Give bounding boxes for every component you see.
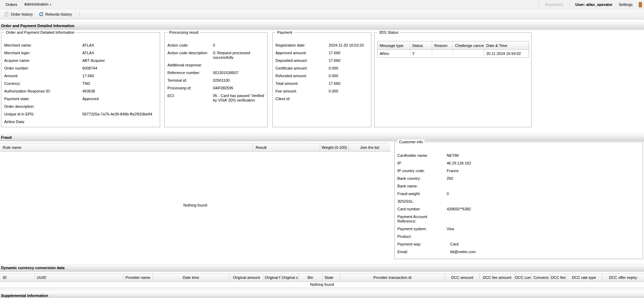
processing-result-fieldset: Processing result Action code: 0 Action …: [164, 32, 267, 127]
row-authorization-response-id: Authorization Response ID: 493638: [4, 89, 157, 94]
field-value: 6008744: [82, 66, 157, 71]
dcc-header-cell-bin: Bin: [299, 274, 322, 281]
field-label: Payment way:: [397, 242, 447, 247]
refunds-history-button[interactable]: Refunds history: [36, 11, 75, 18]
field-label: Payment state:: [4, 97, 82, 101]
row-3ds-ssl: 3DS/SSL:: [397, 199, 640, 204]
tds-status-table: Message type Status Reason Challenge can…: [377, 41, 529, 58]
section-header-dcc-label: Dynamic currency conversion data: [1, 266, 65, 270]
dcc-header-cell-conversion: Conversi: [532, 274, 551, 281]
menu-item-settings[interactable]: Settings: [615, 0, 636, 9]
field-label: Payment Account Reference:: [397, 215, 447, 224]
field-label: Currency:: [4, 81, 82, 86]
field-label: Action code description:: [167, 51, 213, 60]
row-email: Email: tld@netim.com: [397, 250, 640, 254]
dcc-table-header: ID UUID Provider name Date time Original…: [0, 273, 644, 282]
field-value: tld@netim.com: [447, 250, 640, 254]
section-header-fraud: Fraud: [0, 134, 644, 141]
field-label: Airline Data:: [4, 120, 82, 124]
field-value: 0.000: [329, 74, 368, 78]
row-payment-system: Payment system: Visa: [397, 227, 640, 231]
tds-status-fieldset: 3DS Status Message type Status Reason Ch…: [374, 32, 531, 127]
field-value: 05 - Card has passed ‘Verified by VISA’ …: [213, 94, 264, 103]
row-terminal-id: Terminal id: 02501100: [167, 78, 264, 83]
field-label: Client id:: [275, 97, 329, 101]
tds-header-cell: Challenge cancel: [453, 41, 484, 49]
field-value: 02501100: [213, 78, 264, 83]
refunds-history-label: Refunds history: [46, 12, 72, 16]
field-label: Registration date:: [275, 43, 329, 48]
section-header-fraud-label: Fraud: [1, 135, 12, 139]
field-value: NETIM: [447, 153, 640, 158]
dcc-header-cell-dcc-rate-type: DCC rate type: [566, 274, 602, 281]
tds-header-cell: Message type: [378, 41, 410, 49]
field-label: Bank name:: [397, 184, 447, 188]
field-label: Fee amount:: [275, 89, 329, 94]
row-approved-amount: Approved amount: 17.660: [275, 51, 368, 55]
menu-item-reports: Reports(0): [542, 0, 567, 9]
row-client-id: Client id:: [275, 97, 368, 101]
row-reference-number: Reference number: 001301538507: [167, 71, 264, 75]
tds-cell: 20.11.2024 16:54:02: [484, 50, 529, 57]
row-additional-response: Additional response:: [167, 63, 264, 67]
fraud-table-body: Nothing found: [0, 152, 390, 259]
field-label: Order description:: [4, 104, 82, 109]
row-certificate-amount: Certificate amount: 0.000: [275, 66, 368, 71]
menu-item-orders[interactable]: Orders: [2, 0, 21, 9]
chevron-down-icon: ▾: [50, 3, 51, 6]
section-header-supplemental: Supplemental information: [0, 292, 644, 298]
toolbar: Order history Refunds history: [0, 9, 644, 19]
field-label: 3DS/SSL:: [397, 199, 447, 204]
dcc-header-cell-provider-transaction-id: Provider transaction id: [340, 274, 445, 281]
field-value: 0: [213, 43, 264, 48]
field-value: [213, 63, 264, 67]
field-label: Fraud weight:: [397, 192, 447, 196]
tds-cell: [432, 50, 453, 57]
row-payment-way: Payment way: Card: [397, 242, 640, 247]
field-label: Amount:: [4, 74, 82, 78]
field-label: Processing id:: [167, 86, 213, 90]
dcc-header-cell-uuid: UUID: [35, 274, 123, 281]
dcc-header-cell-state: State: [322, 274, 340, 281]
field-value: 001301538507: [213, 71, 264, 75]
field-label: Merchant login:: [4, 51, 82, 55]
dcc-header-cell-dcc-currency: DCC curr: [515, 274, 532, 281]
tds-header-cell: Reason: [432, 41, 453, 49]
field-label: Bank country:: [397, 176, 447, 181]
row-cardholder-name: Cardholder name: NETIM: [397, 153, 640, 158]
field-label: Certificate amount:: [275, 66, 329, 71]
row-product: Product:: [397, 234, 640, 239]
field-label: Deposited amount:: [275, 58, 329, 63]
field-value: 0: [447, 192, 640, 196]
dcc-header-cell-original-fee: Original f: [264, 274, 281, 281]
menu-item-administration-label: Administration: [24, 2, 49, 6]
field-label: Action code:: [167, 43, 213, 48]
field-label: Total amount:: [275, 81, 329, 86]
tds-header-cell: Status: [410, 41, 432, 49]
order-info-fieldset: Order and Payment Detailed Information M…: [1, 32, 160, 127]
field-label: ECI:: [167, 94, 213, 103]
field-label: Card number:: [397, 207, 447, 211]
dcc-header-cell-dcc-fee: DCC fee: [551, 274, 566, 281]
menu-item-administration[interactable]: Administration▾: [21, 0, 55, 9]
logout-icon[interactable]: [639, 2, 642, 7]
field-value: 493638: [82, 89, 157, 94]
row-fee-amount: Fee amount: 0.000: [275, 89, 368, 94]
menu-separator: [538, 2, 539, 7]
row-payment-state: Payment state: Approved: [4, 97, 157, 101]
field-value: 250: [447, 176, 640, 181]
payment-body: Registration date: 2024-11-20 16:53:20 A…: [273, 33, 371, 127]
field-value: 17.660: [329, 81, 368, 86]
field-label: Refunded amount:: [275, 74, 329, 78]
section-header-supplemental-label: Supplemental information: [1, 293, 48, 298]
field-value: 17.660: [329, 51, 368, 55]
row-order-description: Order description:: [4, 104, 157, 109]
row-merchant-name: Merchant name: ATLAX: [4, 43, 157, 48]
dcc-empty-message: Nothing found: [0, 282, 644, 288]
field-value: 46.29.126.162: [447, 161, 640, 166]
row-airline-data: Airline Data:: [4, 120, 157, 124]
order-history-button[interactable]: Order history: [1, 11, 36, 18]
field-value: 04IF082595: [213, 86, 264, 90]
processing-result-body: Action code: 0 Action code description: …: [165, 33, 267, 127]
field-label: IP country code:: [397, 169, 447, 173]
